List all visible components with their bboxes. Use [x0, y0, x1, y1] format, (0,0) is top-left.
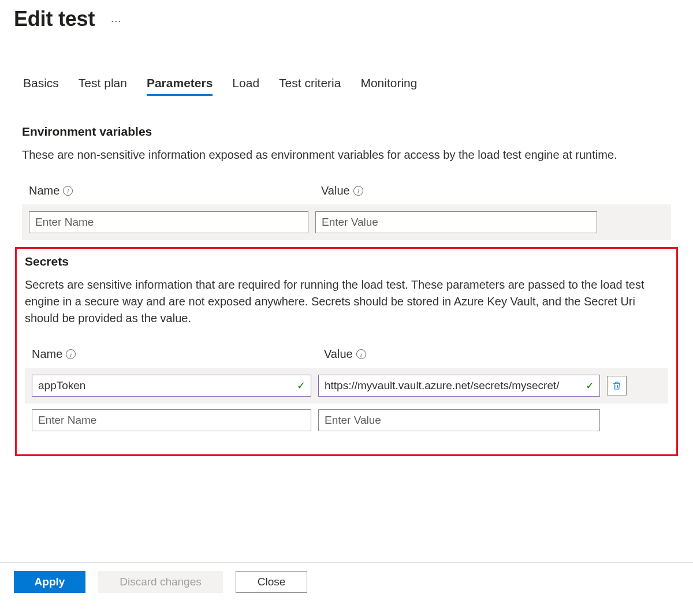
tab-test-plan[interactable]: Test plan [79, 76, 127, 96]
env-name-input[interactable] [29, 211, 308, 233]
secrets-section: Secrets Secrets are sensitive informatio… [17, 255, 676, 437]
footer-divider [0, 562, 693, 563]
env-vars-description: These are non-sensitive information expo… [22, 147, 671, 163]
trash-icon [612, 380, 622, 391]
tab-load[interactable]: Load [232, 76, 259, 96]
info-icon[interactable]: i [66, 349, 76, 359]
env-vars-header: Name i Value i [22, 184, 671, 204]
env-vars-title: Environment variables [22, 125, 671, 139]
secrets-header: Name i Value i [25, 348, 668, 368]
discard-changes-button[interactable]: Discard changes [98, 571, 223, 593]
info-icon[interactable]: i [353, 186, 363, 196]
env-vars-section: Environment variables These are non-sens… [14, 125, 679, 240]
secrets-value-header: Value [324, 348, 353, 361]
secret-row: ✓ ✓ [25, 368, 668, 404]
apply-button[interactable]: Apply [14, 571, 85, 593]
env-var-row [22, 204, 671, 240]
more-actions-icon[interactable]: ··· [111, 12, 122, 26]
secrets-highlight: Secrets Secrets are sensitive informatio… [15, 247, 678, 456]
page-title: Edit test [14, 7, 95, 31]
delete-secret-button[interactable] [607, 376, 627, 395]
secret-name-input[interactable] [32, 409, 311, 431]
tab-monitoring[interactable]: Monitoring [360, 76, 417, 96]
env-value-input[interactable] [315, 211, 597, 233]
info-icon[interactable]: i [356, 349, 366, 359]
secrets-name-header: Name [32, 348, 62, 361]
env-value-header: Value [321, 184, 350, 197]
secret-row-empty [25, 404, 668, 437]
tab-bar: Basics Test plan Parameters Load Test cr… [14, 76, 679, 96]
secrets-description: Secrets are sensitive information that a… [25, 277, 668, 327]
secrets-title: Secrets [25, 255, 668, 268]
secret-name-input[interactable] [32, 375, 311, 397]
secret-value-input[interactable] [318, 375, 600, 397]
tab-basics[interactable]: Basics [23, 76, 59, 96]
tab-parameters[interactable]: Parameters [147, 76, 213, 96]
close-button[interactable]: Close [236, 571, 307, 593]
footer-bar: Apply Discard changes Close [14, 571, 307, 593]
tab-test-criteria[interactable]: Test criteria [279, 76, 341, 96]
env-name-header: Name [29, 184, 59, 197]
info-icon[interactable]: i [63, 186, 73, 196]
secret-value-input[interactable] [318, 409, 600, 431]
